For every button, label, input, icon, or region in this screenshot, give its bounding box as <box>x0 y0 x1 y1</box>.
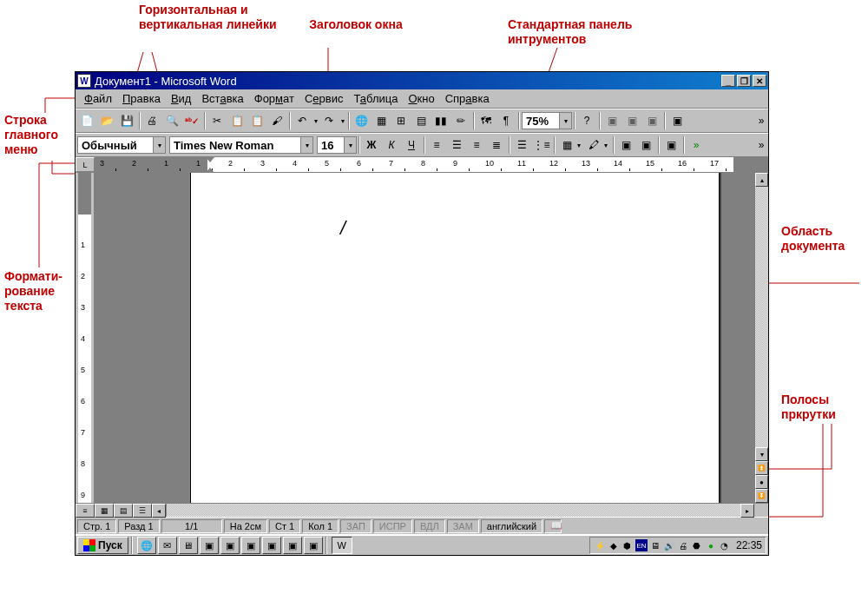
quicklaunch-oe-icon[interactable]: ✉ <box>158 537 177 554</box>
excel-icon[interactable]: ▤ <box>411 111 431 130</box>
minimize-button[interactable]: _ <box>721 75 735 87</box>
redo-dropdown[interactable]: ▾ <box>339 111 346 130</box>
menu-format[interactable]: Формат <box>249 90 299 107</box>
menu-service[interactable]: Сервис <box>299 90 349 107</box>
status-trk[interactable]: ИСПР <box>373 519 412 533</box>
size-dropdown-icon[interactable]: ▾ <box>344 137 356 153</box>
copy-icon[interactable]: 📋 <box>227 111 247 130</box>
zoom-input[interactable] <box>523 115 559 128</box>
tray-icon-9[interactable]: ● <box>705 539 717 551</box>
restore-button[interactable]: ❐ <box>737 75 751 87</box>
normal-view-icon[interactable]: ≡ <box>76 504 95 518</box>
outline-view-icon[interactable]: ☰ <box>133 504 152 518</box>
menu-view[interactable]: Вид <box>166 90 197 107</box>
document-map-icon[interactable]: 🗺 <box>477 111 496 130</box>
quicklaunch-icon-8[interactable]: ▣ <box>283 537 302 554</box>
redo-icon[interactable]: ↷ <box>319 111 339 130</box>
tray-icon-2[interactable]: ◆ <box>608 539 620 551</box>
align-left-icon[interactable]: ≡ <box>427 135 446 155</box>
misc-fmt-4[interactable]: » <box>687 135 706 155</box>
indent-marker[interactable] <box>206 157 214 172</box>
quicklaunch-ie-icon[interactable]: 🌐 <box>137 537 156 554</box>
quicklaunch-icon-4[interactable]: ▣ <box>200 537 219 554</box>
menu-edit[interactable]: Правка <box>117 90 166 107</box>
align-right-icon[interactable]: ≡ <box>467 135 486 155</box>
status-ext[interactable]: ВДЛ <box>414 519 445 533</box>
new-file-icon[interactable]: 📄 <box>77 111 96 130</box>
document-area[interactable]: / <box>95 173 754 503</box>
start-button[interactable]: Пуск <box>77 537 128 554</box>
undo-dropdown[interactable]: ▾ <box>312 111 319 130</box>
style-dropdown-icon[interactable]: ▾ <box>153 137 165 153</box>
tray-icon-lang[interactable]: EN <box>635 539 648 551</box>
next-page-icon[interactable]: ⏬ <box>755 489 768 503</box>
horizontal-ruler[interactable]: L 3211234567891011121314151617 <box>76 157 768 173</box>
size-combo[interactable]: ▾ <box>317 136 357 154</box>
format-painter-icon[interactable]: 🖌 <box>267 111 286 130</box>
bold-icon[interactable]: Ж <box>362 135 381 155</box>
print-preview-icon[interactable]: 🔍 <box>162 111 181 130</box>
menu-file[interactable]: Файл <box>79 90 117 107</box>
hscroll-track[interactable] <box>166 504 740 517</box>
misc-icon-3[interactable]: ▣ <box>642 111 661 130</box>
page[interactable]: / <box>190 173 720 503</box>
numbered-list-icon[interactable]: ☰ <box>512 135 531 155</box>
tray-icon-10[interactable]: ◔ <box>719 539 731 551</box>
tray-icon-1[interactable]: ⚡ <box>594 539 606 551</box>
close-button[interactable]: ✕ <box>753 75 766 87</box>
hyperlink-icon[interactable]: 🌐 <box>352 111 371 130</box>
underline-icon[interactable]: Ч <box>402 135 421 155</box>
resize-grip[interactable] <box>754 504 768 517</box>
print-layout-icon[interactable]: ▤ <box>114 504 133 518</box>
tables-borders-icon[interactable]: ▦ <box>372 111 391 130</box>
quicklaunch-icon-9[interactable]: ▣ <box>304 537 323 554</box>
undo-icon[interactable]: ↶ <box>293 111 312 130</box>
columns-icon[interactable]: ▮▮ <box>431 111 450 130</box>
toolbar-overflow-icon[interactable]: » <box>757 135 766 155</box>
spellcheck-icon[interactable]: ᵃᵇ✓ <box>182 111 201 130</box>
font-dropdown-icon[interactable]: ▾ <box>300 137 312 153</box>
status-ovr[interactable]: ЗАМ <box>447 519 479 533</box>
prev-page-icon[interactable]: ⏫ <box>755 461 768 475</box>
status-language[interactable]: английский <box>481 519 542 533</box>
menu-insert[interactable]: Вставка <box>196 90 248 107</box>
borders-dropdown[interactable]: ▾ <box>577 142 584 149</box>
zoom-combo[interactable]: ▾ <box>522 112 572 129</box>
show-hide-icon[interactable]: ¶ <box>496 111 516 130</box>
menu-window[interactable]: Окно <box>403 90 439 107</box>
misc-fmt-2[interactable]: ▣ <box>636 135 655 155</box>
scroll-left-icon[interactable]: ◂ <box>152 504 166 518</box>
menu-table[interactable]: Таблица <box>348 90 403 107</box>
style-combo[interactable]: ▾ <box>77 136 166 154</box>
borders-icon[interactable]: ▦ <box>557 135 576 155</box>
highlight-dropdown[interactable]: ▾ <box>604 142 611 149</box>
quicklaunch-desktop-icon[interactable]: 🖥 <box>179 537 198 554</box>
print-icon[interactable]: 🖨 <box>142 111 161 130</box>
quicklaunch-icon-5[interactable]: ▣ <box>220 537 240 554</box>
browse-object-icon[interactable]: ● <box>755 475 768 489</box>
misc-icon-1[interactable]: ▣ <box>602 111 621 130</box>
scroll-right-icon[interactable]: ▸ <box>740 504 754 518</box>
tray-icon-5[interactable]: 🖥 <box>649 539 661 551</box>
tray-icon-3[interactable]: ⬢ <box>621 539 634 551</box>
scroll-down-icon[interactable]: ▾ <box>755 447 768 461</box>
quicklaunch-icon-7[interactable]: ▣ <box>262 537 281 554</box>
cut-icon[interactable]: ✂ <box>207 111 227 130</box>
toolbar-overflow-icon[interactable]: » <box>757 111 766 130</box>
quicklaunch-icon-6[interactable]: ▣ <box>241 537 260 554</box>
vscroll-track[interactable] <box>755 187 768 447</box>
insert-table-icon[interactable]: ⊞ <box>391 111 411 130</box>
align-center-icon[interactable]: ☰ <box>447 135 466 155</box>
misc-icon-2[interactable]: ▣ <box>622 111 641 130</box>
status-rec[interactable]: ЗАП <box>340 519 372 533</box>
vertical-ruler[interactable]: 123456789 <box>76 173 95 503</box>
web-view-icon[interactable]: ▦ <box>95 504 114 518</box>
highlight-icon[interactable]: 🖍 <box>584 135 603 155</box>
scroll-up-icon[interactable]: ▴ <box>755 173 768 187</box>
task-word[interactable]: W <box>332 537 352 554</box>
save-icon[interactable]: 💾 <box>117 111 136 130</box>
font-combo[interactable]: ▾ <box>169 136 313 154</box>
clock[interactable]: 22:35 <box>736 539 762 551</box>
size-input[interactable] <box>318 139 344 152</box>
misc-icon-4[interactable]: ▣ <box>667 111 687 130</box>
